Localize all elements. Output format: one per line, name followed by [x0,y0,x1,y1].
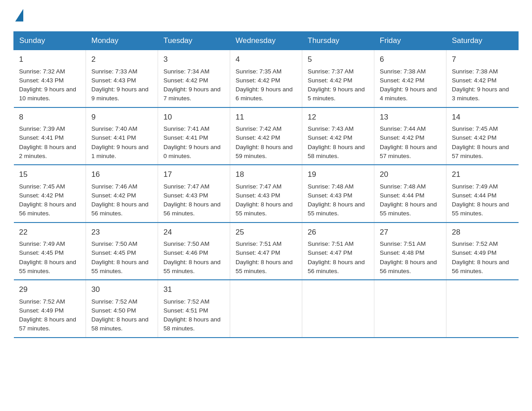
day-info: Sunrise: 7:52 AMSunset: 4:49 PMDaylight:… [452,240,509,274]
logo [13,9,23,22]
day-number: 22 [19,227,81,238]
calendar-cell: 19Sunrise: 7:48 AMSunset: 4:43 PMDayligh… [302,165,374,223]
day-number: 26 [308,227,369,238]
calendar-cell: 25Sunrise: 7:51 AMSunset: 4:47 PMDayligh… [230,223,302,280]
day-number: 24 [163,227,224,238]
day-info: Sunrise: 7:38 AMSunset: 4:42 PMDaylight:… [380,68,437,102]
day-info: Sunrise: 7:41 AMSunset: 4:41 PMDaylight:… [163,125,221,159]
calendar-week-row: 15Sunrise: 7:45 AMSunset: 4:42 PMDayligh… [14,165,519,223]
day-info: Sunrise: 7:37 AMSunset: 4:42 PMDaylight:… [308,68,365,102]
calendar-cell: 14Sunrise: 7:45 AMSunset: 4:42 PMDayligh… [446,107,519,165]
day-number: 11 [236,111,296,123]
day-number: 18 [236,169,296,180]
calendar-cell: 21Sunrise: 7:49 AMSunset: 4:44 PMDayligh… [446,165,519,223]
day-info: Sunrise: 7:49 AMSunset: 4:44 PMDaylight:… [452,183,509,217]
calendar-cell: 8Sunrise: 7:39 AMSunset: 4:41 PMDaylight… [14,107,86,165]
day-info: Sunrise: 7:52 AMSunset: 4:51 PMDaylight:… [163,298,221,332]
day-number: 6 [380,54,441,65]
day-number: 10 [163,111,224,123]
calendar-cell [302,280,374,338]
calendar-cell: 12Sunrise: 7:43 AMSunset: 4:42 PMDayligh… [302,107,374,165]
day-info: Sunrise: 7:33 AMSunset: 4:43 PMDaylight:… [91,68,149,102]
day-info: Sunrise: 7:43 AMSunset: 4:42 PMDaylight:… [308,125,365,159]
day-number: 29 [19,284,81,295]
day-number: 2 [91,54,152,65]
calendar-cell [230,280,302,338]
header-monday: Monday [86,32,158,50]
day-number: 25 [236,227,296,238]
calendar-cell: 30Sunrise: 7:52 AMSunset: 4:50 PMDayligh… [86,280,158,338]
day-info: Sunrise: 7:49 AMSunset: 4:45 PMDaylight:… [19,240,77,274]
calendar-cell: 24Sunrise: 7:50 AMSunset: 4:46 PMDayligh… [158,223,230,280]
calendar-cell: 27Sunrise: 7:51 AMSunset: 4:48 PMDayligh… [374,223,446,280]
day-info: Sunrise: 7:52 AMSunset: 4:50 PMDaylight:… [91,298,149,332]
page-header [13,9,519,22]
calendar-cell: 1Sunrise: 7:32 AMSunset: 4:43 PMDaylight… [14,50,86,107]
calendar-cell: 20Sunrise: 7:48 AMSunset: 4:44 PMDayligh… [374,165,446,223]
calendar-cell [446,280,519,338]
calendar-cell: 17Sunrise: 7:47 AMSunset: 4:43 PMDayligh… [158,165,230,223]
day-number: 19 [308,169,369,180]
header-friday: Friday [374,32,446,50]
day-info: Sunrise: 7:39 AMSunset: 4:41 PMDaylight:… [19,125,77,159]
day-number: 5 [308,54,369,65]
day-number: 7 [452,54,513,65]
day-info: Sunrise: 7:48 AMSunset: 4:43 PMDaylight:… [308,183,365,217]
day-info: Sunrise: 7:52 AMSunset: 4:49 PMDaylight:… [19,298,77,332]
day-number: 9 [91,111,152,123]
day-info: Sunrise: 7:38 AMSunset: 4:42 PMDaylight:… [452,68,509,102]
calendar-week-row: 1Sunrise: 7:32 AMSunset: 4:43 PMDaylight… [14,50,519,107]
day-number: 3 [163,54,224,65]
day-info: Sunrise: 7:51 AMSunset: 4:47 PMDaylight:… [308,240,365,274]
day-info: Sunrise: 7:51 AMSunset: 4:48 PMDaylight:… [380,240,437,274]
calendar-cell: 3Sunrise: 7:34 AMSunset: 4:42 PMDaylight… [158,50,230,107]
day-info: Sunrise: 7:45 AMSunset: 4:42 PMDaylight:… [19,183,77,217]
day-info: Sunrise: 7:45 AMSunset: 4:42 PMDaylight:… [452,125,509,159]
calendar-table: Sunday Monday Tuesday Wednesday Thursday… [13,31,519,338]
calendar-cell: 15Sunrise: 7:45 AMSunset: 4:42 PMDayligh… [14,165,86,223]
header-saturday: Saturday [446,32,519,50]
header-sunday: Sunday [14,32,86,50]
day-number: 20 [380,169,441,180]
day-info: Sunrise: 7:50 AMSunset: 4:45 PMDaylight:… [91,240,149,274]
day-info: Sunrise: 7:34 AMSunset: 4:42 PMDaylight:… [163,68,221,102]
calendar-cell: 22Sunrise: 7:49 AMSunset: 4:45 PMDayligh… [14,223,86,280]
calendar-week-row: 8Sunrise: 7:39 AMSunset: 4:41 PMDaylight… [14,107,519,165]
day-info: Sunrise: 7:47 AMSunset: 4:43 PMDaylight:… [236,183,293,217]
calendar-cell: 23Sunrise: 7:50 AMSunset: 4:45 PMDayligh… [86,223,158,280]
calendar-cell: 5Sunrise: 7:37 AMSunset: 4:42 PMDaylight… [302,50,374,107]
day-info: Sunrise: 7:44 AMSunset: 4:42 PMDaylight:… [380,125,437,159]
day-number: 1 [19,54,81,65]
day-number: 12 [308,111,369,123]
calendar-cell: 29Sunrise: 7:52 AMSunset: 4:49 PMDayligh… [14,280,86,338]
calendar-week-row: 22Sunrise: 7:49 AMSunset: 4:45 PMDayligh… [14,223,519,280]
header-thursday: Thursday [302,32,374,50]
calendar-cell: 18Sunrise: 7:47 AMSunset: 4:43 PMDayligh… [230,165,302,223]
calendar-cell [374,280,446,338]
calendar-cell: 10Sunrise: 7:41 AMSunset: 4:41 PMDayligh… [158,107,230,165]
day-number: 14 [452,111,513,123]
logo-triangle-icon [15,9,23,21]
day-number: 27 [380,227,441,238]
day-info: Sunrise: 7:47 AMSunset: 4:43 PMDaylight:… [163,183,221,217]
day-info: Sunrise: 7:32 AMSunset: 4:43 PMDaylight:… [19,68,77,102]
day-number: 17 [163,169,224,180]
calendar-week-row: 29Sunrise: 7:52 AMSunset: 4:49 PMDayligh… [14,280,519,338]
day-number: 15 [19,169,81,180]
day-info: Sunrise: 7:40 AMSunset: 4:41 PMDaylight:… [91,125,149,159]
day-info: Sunrise: 7:46 AMSunset: 4:42 PMDaylight:… [91,183,149,217]
calendar-cell: 6Sunrise: 7:38 AMSunset: 4:42 PMDaylight… [374,50,446,107]
calendar-cell: 4Sunrise: 7:35 AMSunset: 4:42 PMDaylight… [230,50,302,107]
day-info: Sunrise: 7:48 AMSunset: 4:44 PMDaylight:… [380,183,437,217]
day-number: 31 [163,284,224,295]
calendar-cell: 13Sunrise: 7:44 AMSunset: 4:42 PMDayligh… [374,107,446,165]
calendar-cell: 11Sunrise: 7:42 AMSunset: 4:42 PMDayligh… [230,107,302,165]
calendar-cell: 16Sunrise: 7:46 AMSunset: 4:42 PMDayligh… [86,165,158,223]
day-info: Sunrise: 7:51 AMSunset: 4:47 PMDaylight:… [236,240,293,274]
day-number: 28 [452,227,513,238]
day-info: Sunrise: 7:50 AMSunset: 4:46 PMDaylight:… [163,240,221,274]
calendar-cell: 2Sunrise: 7:33 AMSunset: 4:43 PMDaylight… [86,50,158,107]
day-number: 4 [236,54,296,65]
calendar-cell: 28Sunrise: 7:52 AMSunset: 4:49 PMDayligh… [446,223,519,280]
day-number: 16 [91,169,152,180]
